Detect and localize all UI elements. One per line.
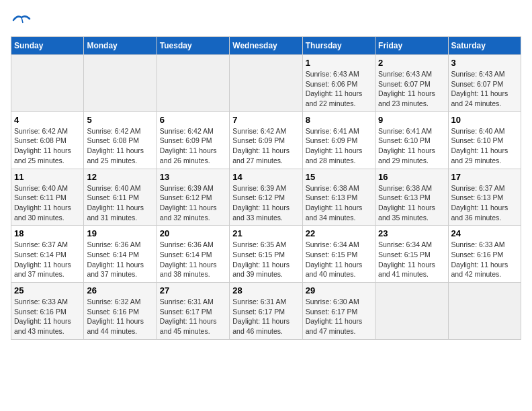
- day-info: Sunrise: 6:33 AM Sunset: 6:16 PM Dayligh…: [451, 240, 518, 279]
- day-info: Sunrise: 6:39 AM Sunset: 6:12 PM Dayligh…: [160, 183, 226, 223]
- day-info: Sunrise: 6:36 AM Sunset: 6:14 PM Dayligh…: [160, 240, 226, 279]
- calendar-cell: [448, 283, 521, 340]
- day-number: 20: [160, 228, 226, 238]
- col-header-friday: Friday: [375, 37, 448, 55]
- calendar-cell: 1Sunrise: 6:43 AM Sunset: 6:06 PM Daylig…: [302, 55, 375, 112]
- day-number: 24: [451, 228, 518, 238]
- day-info: Sunrise: 6:42 AM Sunset: 6:09 PM Dayligh…: [232, 126, 299, 166]
- calendar-table: SundayMondayTuesdayWednesdayThursdayFrid…: [11, 36, 521, 340]
- day-info: Sunrise: 6:37 AM Sunset: 6:14 PM Dayligh…: [14, 240, 81, 279]
- calendar-cell: 14Sunrise: 6:39 AM Sunset: 6:12 PM Dayli…: [230, 169, 302, 226]
- calendar-cell: 9Sunrise: 6:41 AM Sunset: 6:10 PM Daylig…: [375, 111, 448, 169]
- day-number: 1: [306, 58, 372, 68]
- day-number: 21: [232, 228, 299, 238]
- day-number: 26: [87, 285, 153, 295]
- day-info: Sunrise: 6:40 AM Sunset: 6:10 PM Dayligh…: [451, 126, 518, 166]
- calendar-cell: 13Sunrise: 6:39 AM Sunset: 6:12 PM Dayli…: [157, 169, 229, 226]
- col-header-tuesday: Tuesday: [157, 37, 229, 55]
- day-number: 29: [306, 285, 372, 295]
- day-number: 13: [160, 172, 226, 182]
- day-info: Sunrise: 6:31 AM Sunset: 6:17 PM Dayligh…: [232, 297, 299, 336]
- col-header-sunday: Sunday: [11, 37, 84, 55]
- day-info: Sunrise: 6:35 AM Sunset: 6:15 PM Dayligh…: [232, 240, 299, 279]
- day-info: Sunrise: 6:38 AM Sunset: 6:13 PM Dayligh…: [378, 183, 445, 223]
- day-number: 17: [451, 172, 518, 182]
- day-number: 4: [14, 115, 81, 125]
- day-info: Sunrise: 6:43 AM Sunset: 6:06 PM Dayligh…: [306, 69, 372, 109]
- calendar-cell: 8Sunrise: 6:41 AM Sunset: 6:09 PM Daylig…: [302, 111, 375, 169]
- calendar-cell: 2Sunrise: 6:43 AM Sunset: 6:07 PM Daylig…: [375, 55, 448, 112]
- calendar-cell: [157, 55, 229, 112]
- calendar-cell: 5Sunrise: 6:42 AM Sunset: 6:08 PM Daylig…: [84, 111, 157, 169]
- calendar-cell: 15Sunrise: 6:38 AM Sunset: 6:13 PM Dayli…: [302, 169, 375, 226]
- calendar-cell: 29Sunrise: 6:30 AM Sunset: 6:17 PM Dayli…: [302, 283, 375, 340]
- logo: [11, 13, 31, 31]
- calendar-cell: 24Sunrise: 6:33 AM Sunset: 6:16 PM Dayli…: [448, 226, 521, 283]
- calendar-cell: 19Sunrise: 6:36 AM Sunset: 6:14 PM Dayli…: [84, 226, 157, 283]
- calendar-cell: 4Sunrise: 6:42 AM Sunset: 6:08 PM Daylig…: [11, 111, 84, 169]
- day-number: 22: [306, 228, 372, 238]
- calendar-cell: 17Sunrise: 6:37 AM Sunset: 6:13 PM Dayli…: [448, 169, 521, 226]
- calendar-cell: 27Sunrise: 6:31 AM Sunset: 6:17 PM Dayli…: [157, 283, 229, 340]
- day-info: Sunrise: 6:31 AM Sunset: 6:17 PM Dayligh…: [160, 297, 226, 336]
- day-info: Sunrise: 6:42 AM Sunset: 6:08 PM Dayligh…: [14, 126, 81, 166]
- day-info: Sunrise: 6:40 AM Sunset: 6:11 PM Dayligh…: [87, 183, 153, 223]
- day-info: Sunrise: 6:39 AM Sunset: 6:12 PM Dayligh…: [232, 183, 299, 223]
- day-info: Sunrise: 6:33 AM Sunset: 6:16 PM Dayligh…: [14, 297, 81, 336]
- day-info: Sunrise: 6:30 AM Sunset: 6:17 PM Dayligh…: [306, 297, 372, 336]
- calendar-cell: 7Sunrise: 6:42 AM Sunset: 6:09 PM Daylig…: [230, 111, 302, 169]
- calendar-cell: 22Sunrise: 6:34 AM Sunset: 6:15 PM Dayli…: [302, 226, 375, 283]
- calendar-cell: 23Sunrise: 6:34 AM Sunset: 6:15 PM Dayli…: [375, 226, 448, 283]
- calendar-cell: 28Sunrise: 6:31 AM Sunset: 6:17 PM Dayli…: [230, 283, 302, 340]
- day-number: 11: [14, 172, 81, 182]
- day-number: 27: [160, 285, 226, 295]
- day-number: 15: [306, 172, 372, 182]
- day-number: 14: [232, 172, 299, 182]
- calendar-cell: 12Sunrise: 6:40 AM Sunset: 6:11 PM Dayli…: [84, 169, 157, 226]
- calendar-cell: [230, 55, 302, 112]
- day-number: 9: [378, 115, 445, 125]
- day-number: 16: [378, 172, 445, 182]
- day-info: Sunrise: 6:42 AM Sunset: 6:08 PM Dayligh…: [87, 126, 153, 166]
- calendar-cell: [11, 55, 84, 112]
- day-info: Sunrise: 6:41 AM Sunset: 6:09 PM Dayligh…: [306, 126, 372, 166]
- day-number: 23: [378, 228, 445, 238]
- day-info: Sunrise: 6:43 AM Sunset: 6:07 PM Dayligh…: [378, 69, 445, 109]
- day-info: Sunrise: 6:37 AM Sunset: 6:13 PM Dayligh…: [451, 183, 518, 223]
- day-number: 3: [451, 58, 518, 68]
- col-header-thursday: Thursday: [302, 37, 375, 55]
- day-info: Sunrise: 6:43 AM Sunset: 6:07 PM Dayligh…: [451, 69, 518, 109]
- day-number: 2: [378, 58, 445, 68]
- day-number: 8: [306, 115, 372, 125]
- day-info: Sunrise: 6:40 AM Sunset: 6:11 PM Dayligh…: [14, 183, 81, 223]
- day-info: Sunrise: 6:38 AM Sunset: 6:13 PM Dayligh…: [306, 183, 372, 223]
- calendar-cell: 3Sunrise: 6:43 AM Sunset: 6:07 PM Daylig…: [448, 55, 521, 112]
- col-header-saturday: Saturday: [448, 37, 521, 55]
- calendar-cell: [84, 55, 157, 112]
- day-number: 6: [160, 115, 226, 125]
- col-header-monday: Monday: [84, 37, 157, 55]
- day-info: Sunrise: 6:34 AM Sunset: 6:15 PM Dayligh…: [306, 240, 372, 279]
- calendar-cell: [375, 283, 448, 340]
- day-number: 19: [87, 228, 153, 238]
- col-header-wednesday: Wednesday: [230, 37, 302, 55]
- header: [11, 11, 521, 31]
- calendar-cell: 25Sunrise: 6:33 AM Sunset: 6:16 PM Dayli…: [11, 283, 84, 340]
- day-info: Sunrise: 6:42 AM Sunset: 6:09 PM Dayligh…: [160, 126, 226, 166]
- calendar-cell: 20Sunrise: 6:36 AM Sunset: 6:14 PM Dayli…: [157, 226, 229, 283]
- day-number: 18: [14, 228, 81, 238]
- day-number: 25: [14, 285, 81, 295]
- day-info: Sunrise: 6:32 AM Sunset: 6:16 PM Dayligh…: [87, 297, 153, 336]
- day-number: 10: [451, 115, 518, 125]
- calendar-cell: 6Sunrise: 6:42 AM Sunset: 6:09 PM Daylig…: [157, 111, 229, 169]
- day-number: 12: [87, 172, 153, 182]
- calendar-cell: 18Sunrise: 6:37 AM Sunset: 6:14 PM Dayli…: [11, 226, 84, 283]
- day-number: 5: [87, 115, 153, 125]
- day-info: Sunrise: 6:41 AM Sunset: 6:10 PM Dayligh…: [378, 126, 445, 166]
- calendar-cell: 16Sunrise: 6:38 AM Sunset: 6:13 PM Dayli…: [375, 169, 448, 226]
- logo-bird-icon: [12, 13, 31, 26]
- calendar-cell: 11Sunrise: 6:40 AM Sunset: 6:11 PM Dayli…: [11, 169, 84, 226]
- day-number: 28: [232, 285, 299, 295]
- day-info: Sunrise: 6:36 AM Sunset: 6:14 PM Dayligh…: [87, 240, 153, 279]
- calendar-cell: 26Sunrise: 6:32 AM Sunset: 6:16 PM Dayli…: [84, 283, 157, 340]
